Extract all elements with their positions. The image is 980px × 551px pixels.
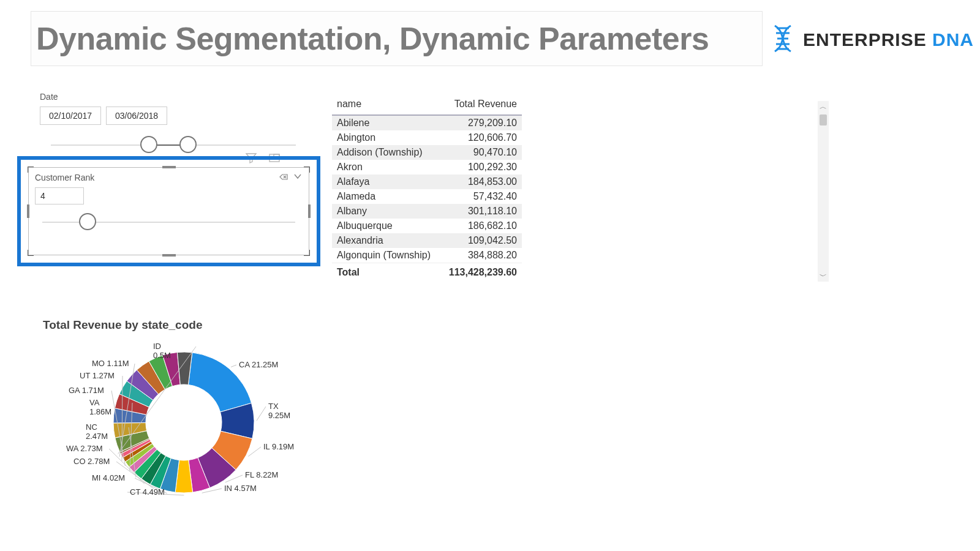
donut-label-mo: MO 1.11M — [92, 359, 129, 368]
donut-label-tx: TX9.25M — [268, 402, 290, 420]
donut-chart-title: Total Revenue by state_code — [43, 318, 331, 332]
cell-revenue: 120,606.70 — [440, 130, 522, 145]
donut-label-id: ID0.5M — [153, 342, 171, 360]
cell-revenue: 384,888.20 — [440, 248, 522, 263]
donut-label-mi: MI 4.02M — [92, 473, 125, 482]
dna-icon — [767, 23, 798, 56]
cell-name: Addison (Township) — [332, 145, 440, 160]
table-header-name[interactable]: name — [332, 95, 440, 115]
cell-revenue: 109,042.50 — [440, 233, 522, 248]
donut-label-il: IL 9.19M — [263, 442, 294, 451]
table-scrollbar[interactable]: ︿ ﹀ — [818, 101, 829, 282]
table-row[interactable]: Addison (Township)90,470.10 — [332, 145, 522, 160]
customer-rank-value-input[interactable]: 4 — [35, 187, 84, 204]
customer-rank-label: Customer Rank — [35, 173, 94, 182]
cell-revenue: 184,853.00 — [440, 174, 522, 189]
clear-selection-icon[interactable] — [278, 171, 288, 184]
svg-line-7 — [231, 365, 236, 367]
table-header-revenue[interactable]: Total Revenue — [440, 95, 522, 115]
table-row[interactable]: Alameda57,432.40 — [332, 189, 522, 204]
donut-chart[interactable]: Total Revenue by state_code CA 21.25MTX9… — [43, 318, 331, 520]
scroll-down-icon[interactable]: ﹀ — [818, 271, 829, 282]
page-title: Dynamic Segmentation, Dynamic Parameters — [36, 20, 709, 57]
cell-name: Alameda — [332, 189, 440, 204]
cell-name: Akron — [332, 160, 440, 174]
date-slider-handle-end[interactable] — [179, 136, 197, 153]
date-from-input[interactable]: 02/10/2017 — [40, 107, 101, 125]
brand-logo: ENTERPRISE DNA — [767, 23, 974, 56]
cell-revenue: 301,118.10 — [440, 204, 522, 219]
scroll-thumb[interactable] — [820, 114, 827, 126]
brand-text: ENTERPRISE DNA — [803, 29, 974, 50]
svg-line-8 — [257, 407, 266, 421]
customer-rank-slider-handle[interactable] — [79, 213, 96, 230]
donut-label-ut: UT 1.27M — [80, 371, 115, 380]
cell-revenue: 279,209.10 — [440, 115, 522, 130]
table-row[interactable]: Akron100,292.30 — [332, 160, 522, 174]
donut-label-ct: CT 4.49M — [130, 487, 165, 497]
cell-name: Abilene — [332, 115, 440, 130]
donut-label-in: IN 4.57M — [224, 484, 257, 493]
donut-label-ga: GA 1.71M — [69, 386, 104, 395]
page-header: Dynamic Segmentation, Dynamic Parameters — [31, 11, 763, 66]
table-row[interactable]: Abington120,606.70 — [332, 130, 522, 145]
svg-line-9 — [248, 447, 261, 456]
cell-revenue: 90,470.10 — [440, 145, 522, 160]
date-to-input[interactable]: 03/06/2018 — [106, 107, 167, 125]
date-slicer[interactable]: Date 02/10/2017 03/06/2018 — [40, 92, 303, 158]
cell-name: Albuquerque — [332, 219, 440, 233]
donut-label-va: VA1.86M — [89, 398, 111, 416]
cell-name: Algonquin (Township) — [332, 248, 440, 263]
donut-label-fl: FL 8.22M — [245, 470, 278, 479]
table-row[interactable]: Abilene279,209.10 — [332, 115, 522, 130]
date-slider-handle-start[interactable] — [140, 136, 157, 153]
table-row[interactable]: Alexandria109,042.50 — [332, 233, 522, 248]
cell-name: Alexandria — [332, 233, 440, 248]
donut-label-wa: WA 2.73M — [66, 444, 102, 453]
customer-rank-slicer-selected[interactable]: Customer Rank 4 — [17, 156, 320, 266]
cell-revenue: 186,682.10 — [440, 219, 522, 233]
table-row[interactable]: Albany301,118.10 — [332, 204, 522, 219]
customer-rank-slider[interactable] — [42, 211, 295, 235]
table-total-label: Total — [332, 263, 440, 280]
scroll-up-icon[interactable]: ︿ — [818, 101, 829, 112]
date-slicer-label: Date — [40, 92, 303, 102]
donut-label-ca: CA 21.25M — [239, 360, 278, 369]
revenue-table[interactable]: name Total Revenue Abilene279,209.10Abin… — [332, 95, 828, 280]
table-row[interactable]: Albuquerque186,682.10 — [332, 219, 522, 233]
donut-label-nc: NC2.47M — [86, 422, 108, 441]
table-row[interactable]: Alafaya184,853.00 — [332, 174, 522, 189]
cell-revenue: 57,432.40 — [440, 189, 522, 204]
table-total-value: 113,428,239.60 — [440, 263, 522, 280]
cell-name: Alafaya — [332, 174, 440, 189]
table-row[interactable]: Algonquin (Township)384,888.20 — [332, 248, 522, 263]
cell-name: Abington — [332, 130, 440, 145]
cell-revenue: 100,292.30 — [440, 160, 522, 174]
donut-label-co: CO 2.78M — [74, 457, 110, 466]
cell-name: Albany — [332, 204, 440, 219]
